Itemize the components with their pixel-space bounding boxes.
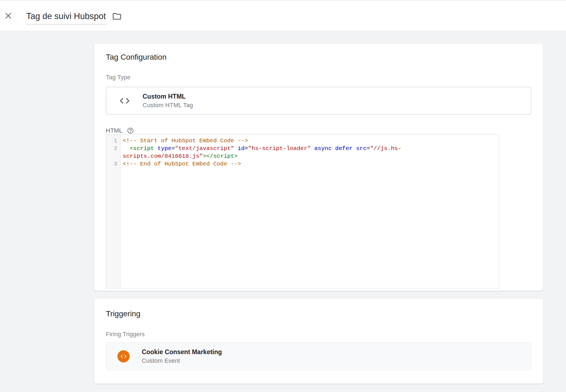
code-line: 3<!-- End of HubSpot Embed Code --> — [106, 160, 497, 168]
tag-name-input[interactable]: Tag de suivi Hubspot — [26, 11, 106, 25]
dialog-header: Tag de suivi Hubspot — [0, 0, 566, 31]
firing-triggers-label: Firing Triggers — [106, 330, 531, 338]
trigger-text: Cookie Consent Marketing Custom Event — [142, 348, 222, 365]
help-icon[interactable] — [127, 127, 134, 134]
tag-type-selector[interactable]: Custom HTML Custom HTML Tag — [106, 87, 531, 115]
folder-icon — [112, 11, 122, 21]
close-icon — [4, 12, 12, 20]
tag-configuration-title: Tag Configuration — [106, 52, 531, 62]
dialog-body: Tag Configuration Tag Type Custom HTML C… — [0, 31, 566, 384]
html-field-label: HTML — [106, 127, 122, 134]
trigger-type: Custom Event — [142, 357, 222, 365]
trigger-name: Cookie Consent Marketing — [142, 348, 222, 356]
code-icon — [119, 95, 130, 107]
code-lines: 1<!-- Start of HubSpot Embed Code -->2 <… — [106, 135, 499, 170]
tag-type-description: Custom HTML Tag — [143, 101, 193, 109]
line-number: 1 — [106, 137, 120, 145]
html-code-editor[interactable]: 1<!-- Start of HubSpot Embed Code -->2 <… — [106, 134, 499, 288]
tag-type-name: Custom HTML — [143, 93, 193, 100]
close-button[interactable] — [2, 10, 14, 22]
tag-type-label: Tag Type — [106, 73, 531, 81]
tag-type-text: Custom HTML Custom HTML Tag — [143, 93, 193, 109]
line-number: 2 — [106, 145, 120, 152]
trigger-row[interactable]: Cookie Consent Marketing Custom Event — [106, 342, 531, 370]
html-field-header: HTML — [106, 127, 531, 134]
folder-button[interactable] — [111, 10, 123, 22]
code-line: 2 <script type="text/javascript" id="hs-… — [106, 145, 497, 160]
triggering-title: Triggering — [106, 309, 531, 318]
custom-event-icon — [117, 350, 130, 362]
tag-configuration-card: Tag Configuration Tag Type Custom HTML C… — [94, 43, 543, 291]
code-line: 1<!-- Start of HubSpot Embed Code --> — [106, 137, 497, 145]
line-number: 3 — [106, 160, 120, 168]
triggering-card: Triggering Firing Triggers Cookie Consen… — [94, 298, 543, 384]
